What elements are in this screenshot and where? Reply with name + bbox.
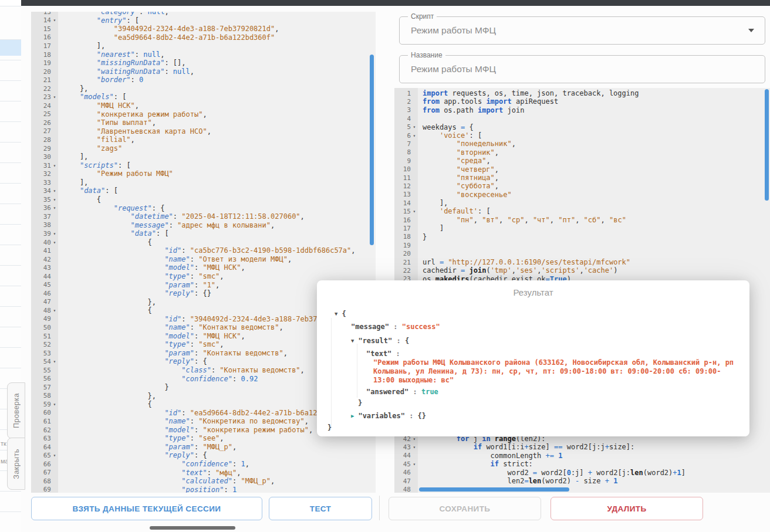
line-number: 58 [31,392,58,401]
code-line: 44 "type": "smc", [31,272,376,281]
line-number: 21 [31,76,58,84]
line-number: 11 [394,174,418,182]
code-line: 10 "четверг", [394,165,770,174]
script-name-input[interactable] [400,56,765,83]
test-button[interactable]: ТЕСТ [269,497,372,520]
line-number: 44 [394,452,418,460]
fold-toggle-icon[interactable]: ▾ [51,359,58,364]
tree-indent-guide [331,318,332,427]
line-number: 47 [31,298,58,307]
tab-zakryt-label: Закрыть [12,449,21,479]
code-text: commonLength += 1 [418,452,562,460]
fold-toggle-icon[interactable]: ▾ [51,402,58,407]
delete-button[interactable]: УДАЛИТЬ [551,497,703,520]
line-number: 43▾ [394,443,418,451]
line-number: 13 [394,191,418,199]
fold-toggle-icon[interactable]: ▾ [51,18,58,23]
code-text: ] [418,224,444,232]
take-session-data-button[interactable]: ВЗЯТЬ ДАННЫЕ ТЕКУЩЕЙ СЕССИИ [31,497,262,520]
script-select[interactable]: Скрипт Режим работы МФЦ [399,16,765,45]
line-number: 20 [394,249,418,257]
code-text: 'voice': [ [418,131,482,140]
code-line: 44 commonLength += 1 [394,452,770,460]
code-text: "name": "Ответ из модели МФЦ", [58,255,292,264]
fold-toggle-icon[interactable]: ▾ [411,124,418,130]
code-text: "data": [ [58,187,118,195]
code-text: "model": "МФЦ НСК", [58,263,245,272]
code-text: "МФЦ НСК", [58,101,139,110]
tab-proverka[interactable]: Проверка [7,382,25,439]
code-text: "Типы выплат", [58,118,156,127]
line-number: 21 [394,258,418,266]
line-number: 13 [31,12,58,16]
code-line: 4 [394,114,770,123]
tree-line: } [358,399,362,407]
code-text: "type": "see", [58,434,224,443]
code-text: "type": "smc", [58,272,224,281]
fold-toggle-icon[interactable]: ▾ [51,308,58,313]
chevron-down-icon[interactable] [748,29,754,32]
line-number: 46 [31,289,58,298]
code-line: 30 ], [31,153,376,161]
fold-toggle-icon[interactable]: ▾ [411,209,418,214]
line-number: 18 [31,50,58,59]
line-number: 51 [31,332,58,341]
line-number: 4 [394,114,418,123]
fold-toggle-icon[interactable]: ▾ [51,197,58,202]
code-text: "missingRunData": [], [58,59,186,67]
line-number: 60 [31,409,58,418]
fold-toggle-icon[interactable]: ▾ [51,188,58,194]
code-text: "понедельник", [418,140,516,148]
code-editor-vertical-scrollbar[interactable] [765,89,769,201]
tree-toggle-icon[interactable]: ▶ [351,413,354,419]
fold-toggle-icon[interactable]: ▾ [411,436,418,442]
footer-divider [379,496,380,520]
save-button[interactable]: СОХРАНИТЬ [389,497,541,520]
fold-toggle-icon[interactable]: ▾ [51,163,58,168]
line-number: 67 [31,469,58,477]
code-line: 65▾ "reply": { [31,451,376,460]
code-line: 6▾ 'voice': [ [394,131,770,140]
code-text: "entry": [ [58,16,139,25]
script-select-label: Скрипт [408,12,437,21]
code-text: "datetime": "2025-04-18T12:11:58.027060"… [58,212,305,221]
line-number: 29 [31,144,58,153]
line-number: 12 [394,182,418,190]
tree-toggle-icon[interactable]: ▼ [335,311,337,317]
page-horizontal-scrollbar[interactable] [150,526,235,530]
code-text: "reply": { [58,357,207,366]
code-text: }, [58,84,88,93]
code-line: 45▾ if strict: [394,460,770,468]
code-line: 23▾ "models": [ [31,93,376,101]
code-line: 28 "filial", [31,135,376,144]
code-line: 25 "конкретика режим работы", [31,110,376,119]
json-editor-vertical-scrollbar[interactable] [370,55,374,245]
line-number: 45 [31,281,58,290]
line-number: 9 [394,157,418,165]
code-text: "3940492d-2324-4de3-a188-7eb37920821d", [58,25,279,33]
tab-zakryt[interactable]: Закрыть [7,438,25,490]
fold-toggle-icon[interactable]: ▾ [411,445,418,450]
code-line: 27 "Лаврентьевская карта НСО", [31,127,376,136]
fold-toggle-icon[interactable]: ▾ [411,462,418,467]
tree-line: ▶"variables" : {} [351,412,426,420]
code-text [418,241,423,249]
code-text: { [58,306,152,315]
code-text: "category": null, [58,12,169,16]
fold-toggle-icon[interactable]: ▾ [51,240,58,245]
fold-toggle-icon[interactable]: ▾ [51,231,58,236]
fold-toggle-icon[interactable]: ▾ [51,94,58,100]
fold-toggle-icon[interactable]: ▾ [411,133,418,138]
line-number: 19 [394,241,418,249]
tree-toggle-icon[interactable]: ▼ [351,338,354,344]
tree-indent-guide [357,344,357,398]
fold-toggle-icon[interactable]: ▾ [51,205,58,211]
code-text: "воскресенье" [418,191,512,199]
code-line: 38 "message": "адрес мфц в колывани", [31,221,376,230]
code-text [418,114,423,123]
code-line: 13 "воскресенье" [394,191,770,199]
fold-toggle-icon[interactable]: ▾ [51,453,58,458]
code-text: url = "http://127.0.0.1:6190/ses/testapi… [418,258,630,266]
code-editor-horizontal-scrollbar[interactable] [419,487,569,492]
tree-line: } [327,423,332,432]
